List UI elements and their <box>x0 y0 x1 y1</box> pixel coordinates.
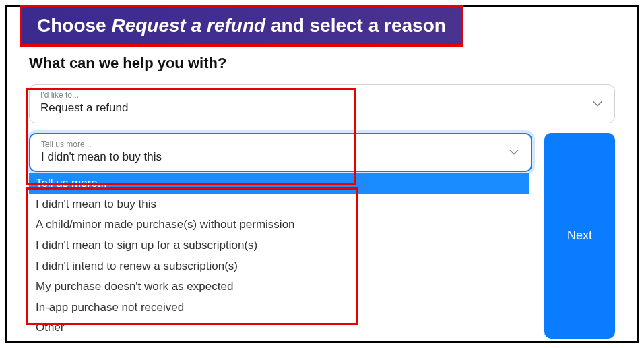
action-select-wrap: I'd like to... Request a refund <box>29 84 615 123</box>
dropdown-option[interactable]: A child/minor made purchase(s) without p… <box>29 214 529 235</box>
reason-select[interactable]: Tell us more... I didn't mean to buy thi… <box>29 133 532 172</box>
banner-prefix: Choose <box>37 15 111 36</box>
action-select-value: Request a refund <box>40 101 128 114</box>
dropdown-option[interactable]: I didn't mean to buy this <box>29 194 529 215</box>
dropdown-option[interactable]: I didn't mean to sign up for a subscript… <box>29 235 529 256</box>
reason-select-label: Tell us more... <box>41 140 504 149</box>
app-window: Choose Request a refund and select a rea… <box>5 5 639 343</box>
page-heading: What can we help you with? <box>29 55 615 72</box>
dropdown-option[interactable]: Tell us more... <box>29 173 529 194</box>
banner-suffix: and select a reason <box>265 15 446 36</box>
action-select[interactable]: I'd like to... Request a refund <box>29 84 615 123</box>
dropdown-option[interactable]: I didn't intend to renew a subscription(… <box>29 256 529 277</box>
reason-select-wrap: Tell us more... I didn't mean to buy thi… <box>29 133 532 339</box>
dropdown-option[interactable]: My purchase doesn't work as expected <box>29 277 529 297</box>
instruction-banner: Choose Request a refund and select a rea… <box>20 5 463 47</box>
reason-select-value: I didn't mean to buy this <box>41 150 162 163</box>
action-select-label: I'd like to... <box>40 90 587 100</box>
action-select-row: I'd like to... Request a refund <box>29 84 615 123</box>
dropdown-option[interactable]: Other <box>29 318 529 339</box>
banner-italic: Request a refund <box>111 15 265 36</box>
next-button[interactable]: Next <box>544 133 615 339</box>
reason-dropdown-list[interactable]: Tell us more...I didn't mean to buy this… <box>29 173 529 339</box>
chevron-down-icon <box>509 150 519 156</box>
reason-select-row: Tell us more... I didn't mean to buy thi… <box>29 133 615 339</box>
dropdown-option[interactable]: In-app purchase not received <box>29 297 529 318</box>
chevron-down-icon <box>593 101 602 107</box>
